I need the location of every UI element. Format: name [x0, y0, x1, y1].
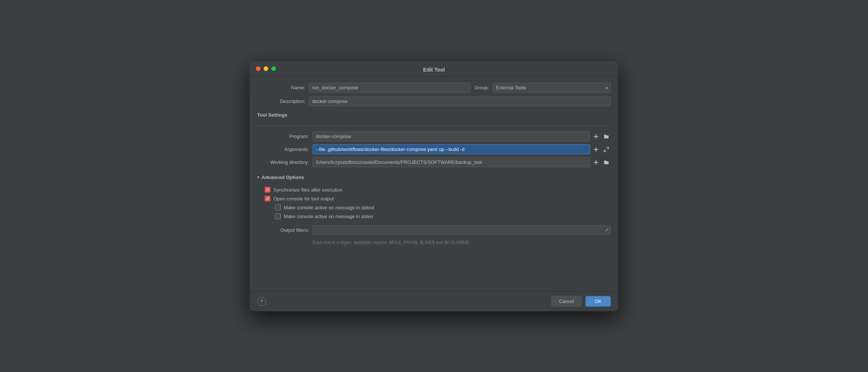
arguments-input-group [313, 144, 611, 154]
name-group-row: Name: Group: External Tools ▾ [257, 83, 611, 93]
cancel-button[interactable]: Cancel [551, 296, 582, 307]
tool-settings-header: Tool Settings [257, 112, 611, 119]
dialog-title: Edit Tool [423, 67, 445, 73]
output-filters-label: Output filters: [257, 227, 309, 233]
working-dir-folder-button[interactable] [602, 159, 611, 166]
active-stdout-label: Make console active on message in stdout [284, 205, 374, 210]
program-row: Program: [257, 131, 611, 141]
description-label: Description: [257, 99, 305, 104]
working-dir-plus-button[interactable] [592, 159, 600, 166]
advanced-options-label: Advanced Options [262, 175, 304, 180]
program-folder-button[interactable] [602, 133, 611, 140]
description-input[interactable] [309, 96, 611, 106]
output-filters-input[interactable] [313, 225, 611, 235]
program-plus-button[interactable] [592, 133, 600, 140]
open-console-row: ✓ Open console for tool output [265, 196, 611, 202]
arguments-label: Arguments: [257, 147, 309, 152]
arguments-expand-button[interactable] [602, 146, 611, 153]
open-console-label: Open console for tool output [273, 196, 334, 202]
working-directory-label: Working directory: [257, 159, 309, 165]
sync-files-row: ✓ Synchronize files after execution [265, 187, 611, 193]
footer-actions: Cancel OK [551, 296, 611, 307]
close-button[interactable] [256, 66, 261, 71]
active-stderr-label: Make console active on message in stderr [284, 214, 373, 219]
arguments-plus-button[interactable] [592, 146, 600, 153]
program-input-group [313, 131, 611, 141]
tool-settings-section: Program: Arguments: [257, 131, 611, 167]
group-select[interactable]: External Tools [493, 83, 611, 93]
dialog-footer: ? Cancel OK [250, 291, 618, 311]
advanced-options-body: ✓ Synchronize files after execution ✓ Op… [265, 187, 611, 219]
sync-files-checkbox[interactable]: ✓ [265, 187, 271, 193]
arguments-row: Arguments: [257, 144, 611, 154]
working-directory-input-group [313, 157, 611, 167]
minimize-button[interactable] [264, 66, 268, 71]
active-stdout-checkbox[interactable] [275, 204, 281, 210]
arguments-input[interactable] [313, 144, 590, 154]
traffic-lights [256, 66, 276, 71]
advanced-options-toggle[interactable]: ▾ Advanced Options [257, 175, 611, 180]
open-console-checkmark: ✓ [266, 197, 269, 201]
name-label: Name: [257, 85, 305, 90]
description-row: Description: [257, 96, 611, 106]
active-stderr-checkbox[interactable] [275, 213, 281, 219]
edit-tool-dialog: Edit Tool Name: Group: External Tools ▾ … [249, 61, 619, 311]
output-filters-row: Output filters: ⤢ [257, 225, 611, 235]
output-filters-hint: Each line is a regex, available macros: … [313, 240, 611, 245]
program-label: Program: [257, 134, 309, 139]
ok-button[interactable]: OK [585, 296, 611, 307]
title-bar: Edit Tool [250, 61, 618, 77]
working-directory-input[interactable] [313, 157, 590, 167]
help-button[interactable]: ? [257, 297, 266, 306]
sync-files-checkmark: ✓ [266, 188, 269, 192]
output-filters-input-wrapper: ⤢ [313, 225, 611, 235]
name-input[interactable] [309, 83, 471, 93]
maximize-button[interactable] [271, 66, 276, 71]
open-console-checkbox[interactable]: ✓ [265, 196, 271, 202]
sync-files-label: Synchronize files after execution [273, 187, 342, 193]
active-stderr-row: Make console active on message in stderr [275, 213, 611, 219]
program-input[interactable] [313, 131, 590, 141]
working-directory-row: Working directory: [257, 157, 611, 167]
collapse-arrow-icon: ▾ [257, 175, 259, 180]
active-stdout-row: Make console active on message in stdout [275, 204, 611, 210]
dialog-body: Name: Group: External Tools ▾ Descriptio… [250, 77, 618, 291]
group-select-wrapper: External Tools ▾ [493, 83, 611, 93]
group-label: Group: [474, 85, 489, 90]
section-divider [257, 126, 611, 126]
